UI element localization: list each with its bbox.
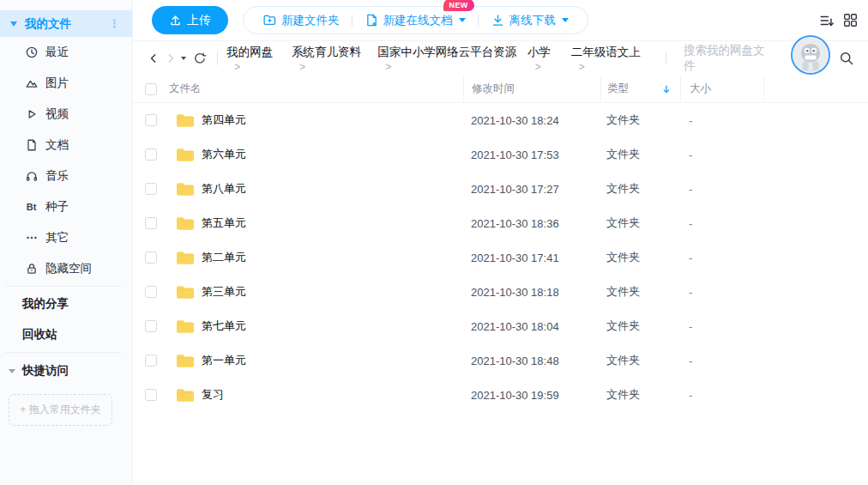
sidebar-item-image[interactable]: 图片 bbox=[0, 68, 132, 99]
table-row[interactable]: 第六单元 2021-10-30 17:53 文件夹 - bbox=[133, 137, 868, 172]
file-name[interactable]: 第一单元 bbox=[202, 353, 246, 368]
sidebar-item-quick-access[interactable]: 快捷访问 bbox=[0, 355, 132, 387]
row-checkbox[interactable] bbox=[145, 286, 157, 298]
history-dropdown-icon[interactable] bbox=[181, 57, 186, 60]
file-name[interactable]: 第七单元 bbox=[202, 318, 246, 334]
file-type: 文件夹 bbox=[606, 181, 640, 197]
file-name[interactable]: 第五单元 bbox=[202, 215, 246, 231]
header-size-column[interactable]: 大小 bbox=[680, 76, 763, 102]
table-row[interactable]: 第七单元 2021-10-30 18:04 文件夹 - bbox=[133, 309, 868, 343]
table-row[interactable]: 复习 2021-10-30 19:59 文件夹 - bbox=[133, 378, 868, 412]
sidebar-item-icon: Bt bbox=[24, 200, 39, 215]
row-extra-cell bbox=[763, 137, 868, 172]
breadcrumb-item[interactable]: 我的网盘 bbox=[226, 45, 273, 58]
row-checkbox[interactable] bbox=[145, 217, 157, 229]
table-row[interactable]: 第一单元 2021-10-30 18:48 文件夹 - bbox=[133, 343, 868, 378]
file-name[interactable]: 第八单元 bbox=[202, 181, 246, 197]
row-checkbox[interactable] bbox=[145, 320, 157, 332]
file-name[interactable]: 第二单元 bbox=[202, 250, 246, 265]
breadcrumb-item[interactable]: 二年级语文上 bbox=[571, 45, 641, 58]
row-checkbox[interactable] bbox=[145, 114, 157, 126]
sidebar-item-my-files[interactable]: 我的文件 ⋮ bbox=[0, 10, 132, 37]
row-type-cell: 文件夹 bbox=[600, 206, 680, 240]
sidebar-item-video[interactable]: 视频 bbox=[0, 99, 132, 130]
sidebar-item-label: 其它 bbox=[45, 230, 69, 246]
file-name[interactable]: 第六单元 bbox=[202, 147, 246, 162]
row-modified-cell: 2021-10-30 18:18 bbox=[463, 275, 600, 309]
forward-button[interactable] bbox=[162, 49, 179, 68]
sidebar-link[interactable]: 我的分享 bbox=[0, 288, 132, 319]
breadcrumb-item[interactable]: 国家中小学网络云平台资源 bbox=[377, 45, 516, 58]
row-type-cell: 文件夹 bbox=[600, 240, 680, 275]
sidebar-item-ellipsis[interactable]: 其它 bbox=[0, 222, 132, 253]
chevron-down-icon[interactable] bbox=[10, 21, 17, 27]
file-size: - bbox=[689, 183, 692, 196]
sidebar-item-clock[interactable]: 最近 bbox=[0, 37, 132, 68]
row-modified-cell: 2021-10-30 17:41 bbox=[463, 240, 600, 275]
search-input[interactable]: 搜索我的网盘文件 bbox=[684, 43, 766, 74]
refresh-icon[interactable] bbox=[191, 49, 208, 68]
row-checkbox[interactable] bbox=[145, 149, 157, 161]
row-name-cell: 第四单元 bbox=[133, 103, 463, 137]
table-row[interactable]: 第八单元 2021-10-30 17:27 文件夹 - bbox=[133, 172, 868, 206]
row-size-cell: - bbox=[680, 343, 763, 378]
modified-time: 2021-10-30 17:27 bbox=[471, 183, 559, 196]
upload-button[interactable]: 上传 bbox=[152, 6, 228, 34]
chevron-down-icon[interactable] bbox=[562, 18, 569, 22]
sidebar-item-lock[interactable]: 隐藏空间 bbox=[0, 253, 132, 284]
header-type-column[interactable]: 类型 bbox=[600, 76, 680, 102]
search-icon[interactable] bbox=[839, 51, 868, 66]
file-type: 文件夹 bbox=[606, 147, 640, 162]
back-button[interactable] bbox=[145, 49, 162, 68]
breadcrumb-item[interactable]: 系统育儿资料 bbox=[292, 45, 361, 58]
breadcrumb-item-wrap: 我的网盘 > bbox=[226, 45, 292, 73]
file-size: - bbox=[689, 286, 692, 299]
file-name[interactable]: 第四单元 bbox=[202, 112, 246, 128]
file-name[interactable]: 复习 bbox=[202, 387, 224, 403]
row-extra-cell bbox=[763, 309, 868, 343]
more-vertical-icon[interactable]: ⋮ bbox=[105, 18, 124, 29]
file-size: - bbox=[689, 320, 692, 333]
file-name[interactable]: 第三单元 bbox=[202, 284, 246, 300]
header-extra-column bbox=[763, 76, 868, 102]
new-online-doc-button[interactable]: 新建在线文档 NEW bbox=[359, 13, 471, 28]
table-row[interactable]: 第三单元 2021-10-30 18:18 文件夹 - bbox=[133, 275, 868, 309]
row-checkbox[interactable] bbox=[145, 252, 157, 264]
row-checkbox[interactable] bbox=[145, 389, 157, 401]
view-switcher bbox=[819, 13, 861, 28]
breadcrumb-item[interactable]: 小学 bbox=[527, 45, 551, 58]
chevron-down-icon[interactable] bbox=[459, 18, 466, 22]
offline-download-button[interactable]: 离线下载 bbox=[485, 13, 574, 28]
breadcrumb-item-wrap: 系统育儿资料 > bbox=[292, 45, 377, 73]
new-folder-button[interactable]: 新建文件夹 bbox=[257, 13, 345, 28]
table-row[interactable]: 第四单元 2021-10-30 18:24 文件夹 - bbox=[133, 103, 868, 137]
chevron-down-icon bbox=[9, 369, 15, 373]
sort-descending-icon[interactable] bbox=[661, 84, 672, 94]
sidebar-item-label: 视频 bbox=[45, 106, 69, 122]
folder-dropzone[interactable]: + 拖入常用文件夹 bbox=[9, 394, 112, 426]
sort-order-icon[interactable] bbox=[819, 13, 835, 28]
header-name-label[interactable]: 文件名 bbox=[169, 82, 202, 96]
sidebar-item-document[interactable]: 文档 bbox=[0, 130, 132, 161]
row-checkbox[interactable] bbox=[145, 183, 157, 195]
sidebar-category-list: 最近 图片 视频 文档 音乐 Bt 种子 其它 隐藏空间 bbox=[0, 37, 132, 284]
row-name-cell: 第二单元 bbox=[133, 240, 463, 275]
grid-view-icon[interactable] bbox=[843, 13, 858, 27]
row-modified-cell: 2021-10-30 17:27 bbox=[463, 172, 600, 206]
header-modified-column[interactable]: 修改时间 bbox=[463, 76, 600, 102]
row-checkbox[interactable] bbox=[145, 355, 157, 367]
file-type: 文件夹 bbox=[606, 284, 640, 300]
sidebar-root-label: 我的文件 bbox=[25, 16, 105, 32]
row-name-cell: 第六单元 bbox=[133, 137, 463, 172]
file-type: 文件夹 bbox=[606, 387, 640, 403]
sidebar-item-bt[interactable]: Bt 种子 bbox=[0, 191, 132, 222]
file-size: - bbox=[689, 114, 692, 127]
sidebar-item-music[interactable]: 音乐 bbox=[0, 161, 132, 191]
select-all-checkbox[interactable] bbox=[145, 83, 157, 95]
table-row[interactable]: 第二单元 2021-10-30 17:41 文件夹 - bbox=[133, 240, 868, 275]
user-avatar[interactable] bbox=[791, 35, 830, 75]
music-icon bbox=[25, 169, 39, 183]
sidebar-link[interactable]: 回收站 bbox=[0, 319, 132, 350]
table-row[interactable]: 第五单元 2021-10-30 18:36 文件夹 - bbox=[133, 206, 868, 240]
new-badge: NEW bbox=[443, 0, 474, 11]
